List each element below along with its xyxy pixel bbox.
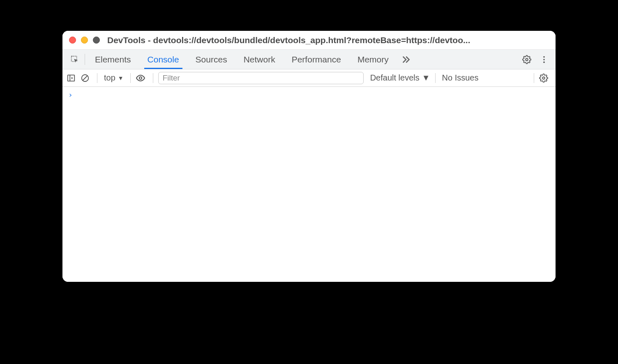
zoom-window-button[interactable] [93,37,100,44]
clear-console-icon[interactable] [81,74,92,83]
close-window-button[interactable] [69,37,76,44]
separator [97,73,97,83]
svg-line-8 [83,76,88,80]
separator [435,73,436,83]
separator [85,54,85,65]
svg-point-9 [139,77,142,79]
separator [130,73,131,83]
chevron-down-icon: ▼ [118,75,124,81]
tab-label: Console [148,55,179,65]
live-expression-icon[interactable] [136,73,148,83]
inspect-element-icon[interactable] [67,50,83,69]
devtools-window: DevTools - devtools://devtools/bundled/d… [62,31,556,282]
kebab-menu-icon[interactable] [536,55,552,64]
tabbar-right [519,50,552,69]
svg-point-2 [543,56,545,58]
svg-point-1 [526,58,528,61]
svg-point-10 [542,77,545,79]
separator [534,73,534,83]
context-label: top [104,73,115,83]
tab-label: Sources [196,55,227,65]
issues-button[interactable]: No Issues [440,73,480,83]
titlebar: DevTools - devtools://devtools/bundled/d… [62,31,556,50]
svg-point-4 [543,61,545,63]
console-settings-icon[interactable] [539,74,551,83]
window-title: DevTools - devtools://devtools/bundled/d… [107,35,549,45]
tab-label: Network [244,55,275,65]
issues-label: No Issues [442,73,479,82]
tab-network[interactable]: Network [235,50,284,69]
tabs: Elements Console Sources Network Perform… [87,50,519,69]
tab-sources[interactable]: Sources [187,50,235,69]
log-levels-selector[interactable]: Default levels ▼ [366,73,430,83]
separator [153,73,153,83]
chevron-down-icon: ▼ [422,73,430,83]
tab-label: Memory [357,55,389,65]
toggle-sidebar-icon[interactable] [67,74,78,83]
tab-label: Performance [292,55,341,65]
filter-input[interactable] [158,72,364,84]
console-body[interactable]: › [62,87,556,282]
tab-memory[interactable]: Memory [349,50,397,69]
tab-console[interactable]: Console [139,50,187,69]
svg-rect-5 [68,75,75,81]
context-selector[interactable]: top ▼ [102,73,125,83]
console-toolbar: top ▼ Default levels ▼ No Issues [62,69,556,87]
levels-label: Default levels [370,73,420,83]
settings-icon[interactable] [519,55,535,64]
main-tabbar: Elements Console Sources Network Perform… [62,50,556,69]
minimize-window-button[interactable] [81,37,88,44]
tab-elements[interactable]: Elements [87,50,139,69]
tab-performance[interactable]: Performance [284,50,349,69]
tab-label: Elements [95,55,131,65]
svg-point-3 [543,59,545,60]
more-tabs-button[interactable] [397,50,415,69]
window-controls [69,37,100,44]
console-prompt-icon: › [68,90,73,99]
